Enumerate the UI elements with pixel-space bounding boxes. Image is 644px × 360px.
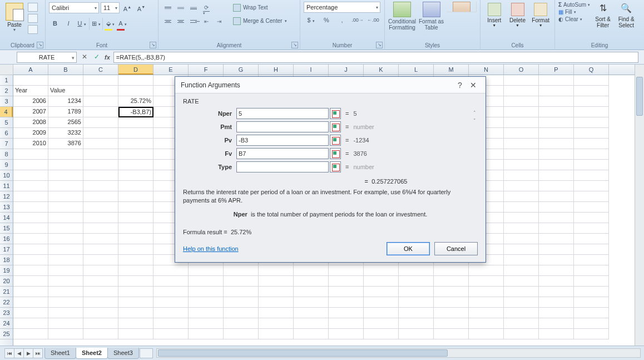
cell[interactable] [118, 223, 153, 234]
cell[interactable] [539, 287, 574, 297]
cell[interactable] [504, 287, 539, 297]
increase-font-button[interactable]: A▲ [121, 2, 133, 14]
cell[interactable] [364, 318, 399, 329]
cell[interactable] [118, 308, 153, 318]
cell[interactable] [224, 287, 259, 297]
cell[interactable] [539, 244, 574, 255]
horizontal-scrollbar[interactable] [156, 348, 641, 358]
cell[interactable] [13, 255, 48, 265]
increase-indent-button[interactable]: ⇥ [213, 15, 225, 27]
cell[interactable] [574, 308, 609, 318]
cell[interactable] [48, 223, 83, 234]
cell[interactable] [13, 202, 48, 213]
name-box[interactable]: RATE [17, 52, 77, 63]
cell[interactable] [118, 265, 153, 276]
cell[interactable] [13, 244, 48, 255]
bold-button[interactable]: B [49, 18, 61, 30]
cell[interactable] [504, 86, 539, 96]
cell[interactable] [539, 170, 574, 181]
column-header[interactable]: Q [574, 65, 609, 75]
cell[interactable] [83, 86, 118, 96]
cell[interactable] [13, 297, 48, 308]
format-as-table-button[interactable]: Format as Table [418, 2, 444, 31]
row-header[interactable]: 24 [0, 318, 13, 329]
cell[interactable] [539, 297, 574, 308]
range-selector-button[interactable] [330, 121, 341, 132]
cell[interactable] [504, 318, 539, 329]
cell[interactable] [48, 244, 83, 255]
cancel-formula-button[interactable]: ✕ [80, 52, 89, 62]
cell[interactable] [118, 276, 153, 287]
dialog-titlebar[interactable]: Function Arguments ? ✕ [175, 77, 486, 93]
cell[interactable] [153, 276, 189, 287]
cell[interactable]: 2565 [48, 117, 83, 128]
cell[interactable] [83, 297, 118, 308]
cell[interactable] [469, 297, 504, 308]
column-header[interactable]: D [118, 65, 153, 75]
align-bottom-button[interactable] [187, 2, 200, 14]
cell[interactable] [13, 223, 48, 234]
cell[interactable] [153, 329, 189, 339]
cell[interactable] [83, 96, 118, 107]
cell[interactable] [118, 297, 153, 308]
cell[interactable] [574, 276, 609, 287]
cell[interactable] [504, 191, 539, 202]
currency-button[interactable]: $ ▾ [304, 14, 318, 27]
cell[interactable] [504, 117, 539, 128]
cell[interactable] [48, 213, 83, 223]
cell[interactable] [118, 149, 153, 160]
cell[interactable] [504, 160, 539, 170]
borders-button[interactable]: ⊞ ▾ [89, 18, 101, 30]
cell[interactable] [574, 287, 609, 297]
cell[interactable] [83, 107, 118, 117]
cell[interactable] [539, 213, 574, 223]
cell[interactable] [259, 329, 294, 339]
format-painter-button[interactable] [28, 25, 38, 34]
row-header[interactable]: 1 [0, 75, 13, 86]
tab-nav-prev[interactable]: ◀ [14, 348, 24, 358]
autosum-button[interactable]: Σ AutoSum ▾ [558, 2, 590, 8]
column-header[interactable]: H [259, 65, 294, 75]
cell[interactable] [189, 308, 224, 318]
cell[interactable] [539, 202, 574, 213]
cell[interactable] [504, 75, 539, 86]
cell[interactable] [224, 329, 259, 339]
tab-nav-last[interactable]: ⏭ [33, 348, 43, 358]
cell[interactable] [118, 160, 153, 170]
new-sheet-button[interactable] [140, 348, 153, 358]
align-middle-button[interactable] [175, 2, 187, 14]
cell[interactable] [83, 329, 118, 339]
cell[interactable] [574, 139, 609, 149]
cell[interactable] [539, 276, 574, 287]
row-header[interactable]: 3 [0, 96, 13, 107]
cell[interactable] [329, 297, 364, 308]
cell[interactable] [329, 287, 364, 297]
range-selector-button[interactable] [330, 135, 341, 146]
decrease-indent-button[interactable]: ⇤ [200, 15, 212, 27]
cell[interactable] [259, 287, 294, 297]
cell[interactable] [574, 117, 609, 128]
cell[interactable] [504, 128, 539, 139]
cell[interactable]: -B3,B7) [118, 107, 153, 117]
ok-button[interactable]: OK [387, 242, 430, 255]
comma-button[interactable]: , [335, 14, 349, 27]
cell[interactable] [504, 223, 539, 234]
cell[interactable] [83, 213, 118, 223]
cell[interactable] [83, 244, 118, 255]
cell[interactable] [48, 287, 83, 297]
conditional-formatting-button[interactable]: Conditional Formatting [388, 2, 416, 31]
cell[interactable] [83, 223, 118, 234]
cell[interactable] [118, 244, 153, 255]
row-header[interactable]: 11 [0, 181, 13, 191]
cell[interactable] [539, 223, 574, 234]
cell[interactable] [574, 234, 609, 244]
tab-nav-next[interactable]: ▶ [23, 348, 33, 358]
row-header[interactable]: 5 [0, 117, 13, 128]
cell[interactable] [189, 287, 224, 297]
cell[interactable] [224, 297, 259, 308]
cell[interactable] [83, 170, 118, 181]
cell[interactable] [83, 149, 118, 160]
align-center-button[interactable] [175, 15, 187, 27]
cell[interactable] [539, 265, 574, 276]
cell[interactable] [504, 181, 539, 191]
